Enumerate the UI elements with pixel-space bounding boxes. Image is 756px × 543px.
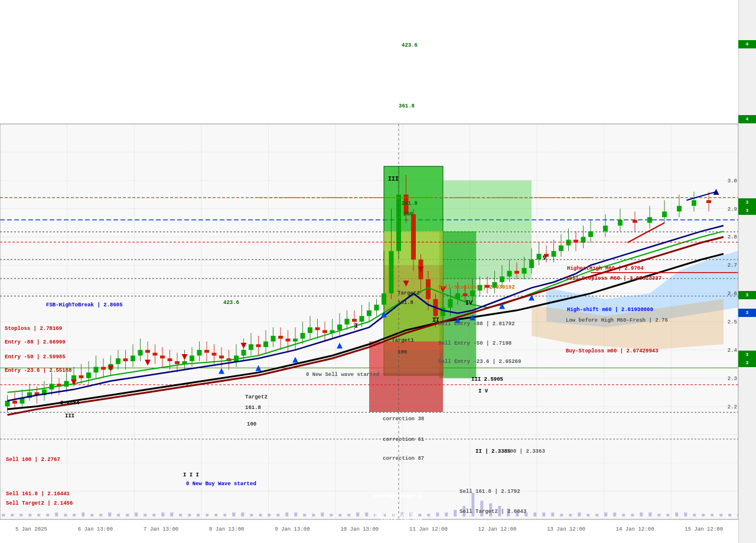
chart-container: 44333333 5 Jan 20256 Jan 13:007 Jan 13:0…: [0, 0, 756, 543]
x-axis-label: 10 Jan 13:00: [340, 526, 379, 532]
x-axis-label: 14 Jan 12:00: [616, 526, 654, 532]
x-axis-label: 6 Jan 13:00: [78, 526, 113, 532]
right-badge: 3: [738, 309, 756, 317]
x-axis-label: 12 Jan 12:00: [478, 526, 517, 532]
right-badge: 3: [738, 198, 756, 207]
right-badge: 3: [738, 207, 756, 215]
right-labels: 44333333: [738, 0, 756, 543]
x-axis-label: 7 Jan 13:00: [144, 526, 178, 532]
right-badge: 3: [738, 359, 756, 367]
x-axis-label: 9 Jan 13:00: [275, 526, 309, 532]
right-badge: 4: [738, 40, 756, 48]
right-badge: 4: [738, 115, 756, 123]
x-axis-label: 5 Jan 2025: [15, 526, 47, 532]
chart-canvas: [0, 0, 756, 543]
x-axis: 5 Jan 20256 Jan 13:007 Jan 13:008 Jan 13…: [0, 526, 738, 532]
x-axis-label: 13 Jan 12:00: [547, 526, 585, 532]
x-axis-label: 8 Jan 13:00: [209, 526, 244, 532]
x-axis-label: 15 Jan 12:00: [685, 526, 723, 532]
x-axis-label: 11 Jan 12:00: [409, 526, 448, 532]
right-badge: 3: [738, 291, 756, 299]
right-badge: 3: [738, 351, 756, 359]
